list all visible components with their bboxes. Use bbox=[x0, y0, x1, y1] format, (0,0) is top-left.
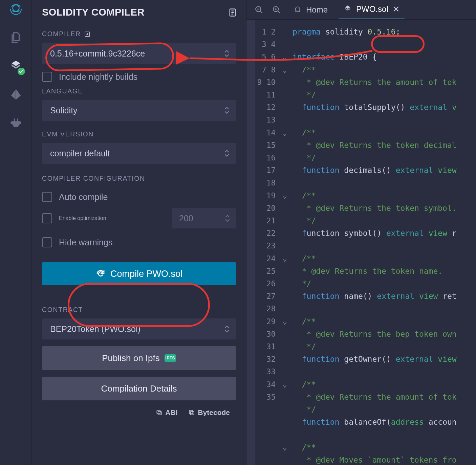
svg-rect-6 bbox=[190, 410, 193, 414]
docs-icon[interactable] bbox=[228, 8, 237, 17]
check-badge-icon bbox=[18, 68, 25, 75]
auto-compile-label[interactable]: Auto compile bbox=[59, 192, 108, 202]
code-editor[interactable]: 1 2 3 4 5 6 7 8 9 10 11 12 13 14 15 16 1… bbox=[246, 20, 476, 465]
minimap-strip bbox=[246, 20, 255, 465]
svg-rect-4 bbox=[157, 410, 160, 414]
contract-select[interactable]: BEP20Token (PWO.sol) bbox=[42, 318, 236, 339]
nightly-label[interactable]: Include nightly builds bbox=[59, 72, 137, 82]
line-gutter: 1 2 3 4 5 6 7 8 9 10 11 12 13 14 15 16 1… bbox=[255, 20, 280, 465]
icon-rail bbox=[0, 0, 32, 465]
chevron-updown-icon bbox=[224, 150, 229, 157]
panel-title: SOLIDITY COMPILER bbox=[42, 7, 145, 18]
hide-warnings-label[interactable]: Hide warnings bbox=[59, 238, 112, 247]
chevron-updown-icon bbox=[224, 107, 229, 114]
language-label: LANGUAGE bbox=[42, 87, 236, 95]
editor-area: Home PWO.sol ✕ 1 2 3 4 5 6 7 8 9 10 11 1… bbox=[246, 0, 476, 465]
tab-home[interactable]: Home bbox=[288, 0, 332, 19]
tab-bar: Home PWO.sol ✕ bbox=[246, 0, 476, 20]
code-content[interactable]: pragma solidity 0.5.16; interface IBEP20… bbox=[290, 20, 476, 465]
evm-select[interactable]: compiler default bbox=[42, 143, 236, 164]
plugin-icon[interactable] bbox=[8, 115, 24, 131]
svg-point-0 bbox=[13, 5, 19, 11]
copy-abi-button[interactable]: ABI bbox=[156, 408, 177, 417]
chevron-updown-icon bbox=[225, 215, 230, 222]
compiler-select[interactable]: 0.5.16+commit.9c3226ce bbox=[42, 43, 236, 64]
optimize-runs-input[interactable]: 200 bbox=[172, 208, 236, 228]
solidity-file-icon bbox=[343, 5, 352, 14]
remix-logo-icon bbox=[293, 5, 302, 14]
chevron-updown-icon bbox=[224, 325, 229, 333]
ipfs-badge: IPFS bbox=[165, 354, 176, 362]
fold-column[interactable]: ⌄⌄⌄⌄⌄⌄⌄⌄ bbox=[280, 20, 290, 465]
remix-logo-icon[interactable] bbox=[8, 1, 24, 17]
config-label: COMPILER CONFIGURATION bbox=[42, 175, 236, 182]
copy-icon bbox=[156, 409, 163, 416]
evm-label: EVM VERSION bbox=[42, 130, 236, 138]
publish-ipfs-button[interactable]: Publish on Ipfs IPFS bbox=[42, 346, 236, 370]
file-explorer-icon[interactable] bbox=[8, 30, 24, 45]
auto-compile-checkbox[interactable] bbox=[42, 192, 52, 202]
compilation-details-button[interactable]: Compilation Details bbox=[42, 377, 236, 400]
compiler-label: COMPILER bbox=[42, 30, 236, 38]
nightly-checkbox[interactable] bbox=[42, 72, 52, 82]
chevron-updown-icon bbox=[224, 50, 229, 57]
refresh-icon bbox=[95, 269, 106, 279]
svg-rect-3 bbox=[158, 412, 161, 415]
compile-button[interactable]: Compile PWO.sol bbox=[42, 262, 236, 285]
plus-square-icon[interactable] bbox=[84, 31, 90, 37]
copy-icon bbox=[188, 409, 195, 416]
optimize-label[interactable]: Enable optimization bbox=[59, 215, 106, 221]
copy-bytecode-button[interactable]: Bytecode bbox=[188, 408, 230, 417]
contract-label: CONTRACT bbox=[42, 306, 236, 314]
compiler-icon[interactable] bbox=[8, 58, 24, 74]
zoom-out-icon[interactable] bbox=[253, 4, 265, 16]
hide-warnings-checkbox[interactable] bbox=[42, 237, 52, 247]
optimize-checkbox[interactable] bbox=[42, 213, 52, 223]
tab-file[interactable]: PWO.sol ✕ bbox=[339, 0, 405, 19]
close-icon[interactable]: ✕ bbox=[392, 4, 400, 15]
zoom-in-icon[interactable] bbox=[271, 4, 282, 16]
compiler-panel: SOLIDITY COMPILER COMPILER 0.5.16+commit… bbox=[32, 0, 246, 465]
svg-point-9 bbox=[296, 7, 300, 11]
language-select[interactable]: Solidity bbox=[42, 100, 236, 121]
svg-rect-5 bbox=[191, 412, 194, 415]
deploy-icon[interactable] bbox=[8, 87, 24, 102]
